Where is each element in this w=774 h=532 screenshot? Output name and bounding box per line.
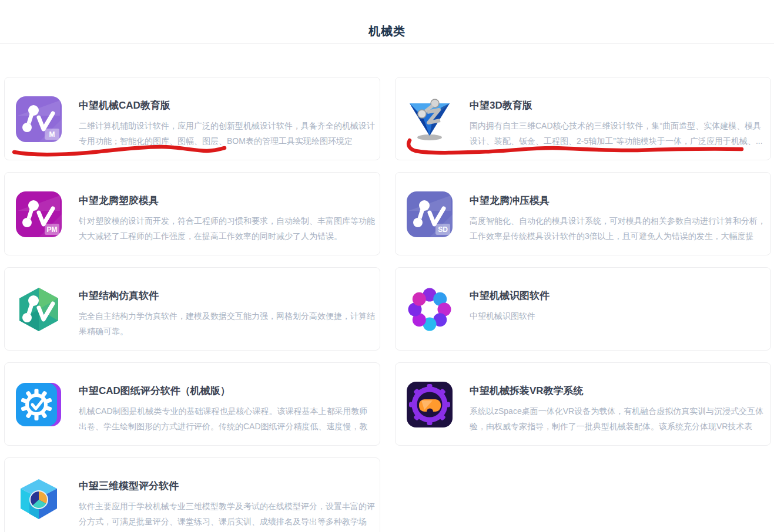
app-card-body: 中望三维模型评分软件 软件主要应用于学校机械专业三维模型教学及考试的在线模型评分… <box>79 479 376 529</box>
svg-text:PM: PM <box>47 225 58 234</box>
app-card-3[interactable]: PM 中望龙腾塑胶模具 针对塑胶模的设计而开发，符合工程师的习惯和要求，自动绘制… <box>4 172 380 255</box>
stamping-die-icon: SD <box>406 191 453 238</box>
app-card-body: 中望龙腾冲压模具 高度智能化、自动化的模具设计系统，可对模具的相关参数自动进行计… <box>470 194 766 244</box>
app-card-6[interactable]: 中望机械识图软件 中望机械识图软件 <box>395 267 771 351</box>
app-card-4[interactable]: SD 中望龙腾冲压模具 高度智能化、自动化的模具设计系统，可对模具的相关参数自动… <box>395 172 771 255</box>
app-card-2[interactable]: 中望3D教育版 国内拥有自主三维CAD核心技术的三维设计软件，集“曲面造型、实体… <box>395 77 771 160</box>
app-card-description: 软件主要应用于学校机械专业三维模型教学及考试的在线模型评分，设置丰富的评分方式，… <box>79 499 376 529</box>
app-card-description: 系统以zSpace桌面一体化VR设备为载体，有机融合虚拟仿真实训与沉浸式交互体验… <box>470 403 766 434</box>
app-card-7[interactable]: 中望CAD图纸评分软件（机械版） 机械CAD制图是机械类专业的基础课程也是核心课… <box>4 362 380 446</box>
app-card-body: 中望龙腾塑胶模具 针对塑胶模的设计而开发，符合工程师的习惯和要求，自动绘制、丰富… <box>79 194 376 244</box>
app-card-description: 针对塑胶模的设计而开发，符合工程师的习惯和要求，自动绘制、丰富图库等功能大大减轻… <box>79 213 376 244</box>
app-card-body: 中望3D教育版 国内拥有自主三维CAD核心技术的三维设计软件，集“曲面造型、实体… <box>470 99 766 149</box>
mechanical-drawing-recognition-icon <box>406 286 453 333</box>
app-card-body: 中望机械CAD教育版 二维计算机辅助设计软件，应用广泛的创新型机械设计软件，具备… <box>79 99 376 149</box>
svg-text:M: M <box>49 130 55 139</box>
page-title: 机械类 <box>0 23 774 39</box>
app-card-title: 中望龙腾冲压模具 <box>470 194 766 208</box>
section-divider <box>0 43 774 44</box>
app-card-grid: M 中望机械CAD教育版 二维计算机辅助设计软件，应用广泛的创新型机械设计软件，… <box>4 77 771 532</box>
app-card-description: 二维计算机辅助设计软件，应用广泛的创新型机械设计软件，具备齐全的机械设计专用功能… <box>79 118 376 149</box>
structural-simulation-hexagon-icon <box>15 286 62 333</box>
zw3d-edu-shield-icon <box>406 96 453 143</box>
cad-drawing-scoring-gear-check-icon <box>15 381 62 428</box>
app-card-body: 中望结构仿真软件 完全自主结构力学仿真软件，建模及数据交互能力强，网格划分高效便… <box>79 289 376 339</box>
app-card-description: 中望机械识图软件 <box>470 308 766 324</box>
app-card-body: 中望机械识图软件 中望机械识图软件 <box>470 289 766 324</box>
app-card-title: 中望龙腾塑胶模具 <box>79 194 376 208</box>
zwcad-mechanical-edu-icon: M <box>15 96 62 143</box>
app-card-title: 中望三维模型评分软件 <box>79 479 376 493</box>
app-card-8[interactable]: 中望机械拆装VR教学系统 系统以zSpace桌面一体化VR设备为载体，有机融合虚… <box>395 362 771 446</box>
app-card-body: 中望机械拆装VR教学系统 系统以zSpace桌面一体化VR设备为载体，有机融合虚… <box>470 384 766 434</box>
app-card-description: 高度智能化、自动化的模具设计系统，可对模具的相关参数自动进行计算和分析，工作效率… <box>470 213 766 244</box>
app-card-9[interactable]: 中望三维模型评分软件 软件主要应用于学校机械专业三维模型教学及考试的在线模型评分… <box>4 457 380 532</box>
app-card-title: 中望结构仿真软件 <box>79 289 376 303</box>
vr-teaching-goggles-gear-icon <box>406 381 453 428</box>
app-card-description: 机械CAD制图是机械类专业的基础课程也是核心课程。该课程基本上都采用教师出卷、学… <box>79 403 376 434</box>
app-card-description: 完全自主结构力学仿真软件，建模及数据交互能力强，网格划分高效便捷，计算结果精确可… <box>79 308 376 339</box>
app-card-5[interactable]: 中望结构仿真软件 完全自主结构力学仿真软件，建模及数据交互能力强，网格划分高效便… <box>4 267 380 351</box>
app-card-title: 中望机械CAD教育版 <box>79 99 376 113</box>
app-card-title: 中望机械拆装VR教学系统 <box>470 384 766 398</box>
app-card-title: 中望CAD图纸评分软件（机械版） <box>79 384 376 398</box>
app-card-title: 中望机械识图软件 <box>470 289 766 303</box>
plastic-mold-icon: PM <box>15 191 62 238</box>
3d-model-scoring-cube-icon <box>15 476 62 523</box>
app-card-body: 中望CAD图纸评分软件（机械版） 机械CAD制图是机械类专业的基础课程也是核心课… <box>79 384 376 434</box>
app-card-1[interactable]: M 中望机械CAD教育版 二维计算机辅助设计软件，应用广泛的创新型机械设计软件，… <box>4 77 380 160</box>
svg-text:SD: SD <box>438 225 448 234</box>
app-card-title: 中望3D教育版 <box>470 99 766 113</box>
app-card-description: 国内拥有自主三维CAD核心技术的三维设计软件，集“曲面造型、实体建模、模具设计、… <box>470 118 766 149</box>
